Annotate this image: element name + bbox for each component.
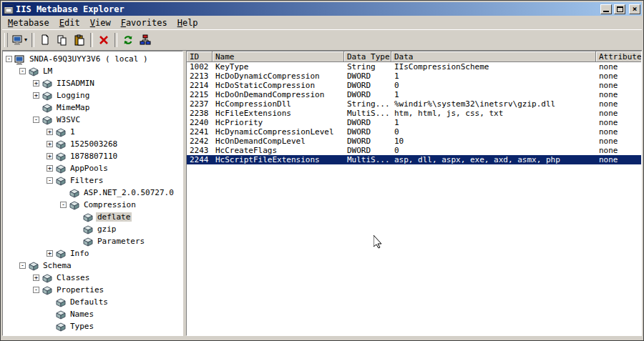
tree-item-label[interactable]: 1525003268: [69, 139, 119, 149]
computer-icon: [12, 34, 24, 46]
tree-item-1[interactable]: +1: [3, 126, 182, 138]
table-row-2243[interactable]: 2243HcCreateFlagsDWORD0none: [187, 146, 641, 155]
tree-item-label[interactable]: Classes: [55, 273, 91, 282]
network-button[interactable]: [137, 32, 154, 48]
tree-item-label[interactable]: MimeMap: [55, 103, 91, 112]
column-header-attributes[interactable]: Attributes: [596, 51, 641, 62]
minimize-button[interactable]: [600, 4, 612, 14]
tree-item-1878807110[interactable]: +1878807110: [3, 150, 182, 162]
tree-item-names[interactable]: -Names: [3, 308, 182, 320]
expand-icon[interactable]: +: [47, 250, 53, 257]
collapse-icon[interactable]: -: [19, 68, 26, 74]
list-body[interactable]: 1002KeyTypeStringIIsCompressionSchemenon…: [187, 62, 641, 335]
tree-item-properties[interactable]: -Properties: [3, 284, 182, 296]
tree-item-label[interactable]: 1: [69, 127, 77, 137]
new-key-button[interactable]: [36, 32, 54, 48]
tree-item-label[interactable]: Compression: [82, 200, 137, 209]
expand-icon[interactable]: +: [47, 165, 53, 172]
tree-item-label[interactable]: Schema: [42, 261, 73, 270]
expand-icon[interactable]: +: [47, 153, 53, 159]
column-header-name[interactable]: Name: [213, 51, 344, 62]
collapse-icon[interactable]: -: [60, 202, 67, 208]
tree-item-1525003268[interactable]: +1525003268: [3, 138, 182, 150]
tree-item-label[interactable]: IISADMIN: [55, 79, 96, 88]
tree-item-label[interactable]: ASP.NET_2.0.50727.0: [82, 188, 175, 197]
tree-panel[interactable]: -SNDA-69Q3UYY3V6 ( local )-LM+IISADMIN+L…: [2, 51, 183, 336]
collapse-icon[interactable]: -: [6, 56, 12, 62]
table-row-2240[interactable]: 2240HcPriorityDWORD1none: [187, 118, 641, 127]
close-button[interactable]: [629, 4, 640, 14]
collapse-icon[interactable]: -: [33, 287, 39, 293]
tree-item-w3svc[interactable]: -W3SVC: [3, 114, 182, 126]
table-row-2242[interactable]: 2242HcOnDemandCompLevelDWORD10none: [187, 137, 641, 146]
maximize-button[interactable]: [614, 4, 625, 14]
copy-button[interactable]: [54, 32, 71, 48]
collapse-icon[interactable]: -: [19, 262, 26, 269]
toolbar-handle[interactable]: [4, 33, 8, 47]
tree-item-label[interactable]: Parameters: [96, 237, 146, 246]
tree-item-types[interactable]: -Types: [3, 320, 182, 332]
tree-item-label[interactable]: Names: [69, 310, 95, 319]
tree-item-label[interactable]: AppPools: [69, 164, 109, 173]
tree-item-label[interactable]: Filters: [69, 176, 104, 185]
menu-favorites[interactable]: Favorites: [116, 16, 172, 29]
table-cell-data: 1: [391, 71, 596, 81]
menu-help[interactable]: Help: [172, 16, 203, 29]
tree-item-classes[interactable]: +Classes: [3, 272, 182, 284]
table-row-2238[interactable]: 2238HcFileExtensionsMultiS...htm, html, …: [187, 109, 641, 118]
table-row-2214[interactable]: 2214HcDoStaticCompressionDWORD0none: [187, 81, 641, 90]
tree-item-label[interactable]: gzip: [96, 224, 118, 234]
tree-item-defaults[interactable]: -Defaults: [3, 296, 182, 308]
tree-item-label[interactable]: Defaults: [69, 297, 109, 307]
table-row-2213[interactable]: 2213HcDoDynamicCompressionDWORD1none: [187, 71, 641, 81]
expand-icon[interactable]: +: [33, 92, 39, 99]
tree-item-asp-net-2-0-50727-0[interactable]: -ASP.NET_2.0.50727.0: [3, 187, 182, 199]
refresh-button[interactable]: [119, 32, 137, 48]
tree-item-gzip[interactable]: -gzip: [3, 223, 182, 235]
metabase-key-icon: [28, 261, 39, 271]
table-cell-data: asp, dll, aspx, exe, axd, asmx, php: [391, 155, 596, 164]
menu-metabase[interactable]: Metabase: [3, 16, 54, 29]
column-header-data-type[interactable]: Data Type: [344, 51, 391, 62]
menu-edit[interactable]: Edit: [54, 16, 85, 29]
paste-button[interactable]: [71, 32, 88, 48]
tree-item-iisadmin[interactable]: +IISADMIN: [3, 77, 182, 89]
column-header-id[interactable]: ID: [187, 51, 213, 62]
table-row-2241[interactable]: 2241HcDynamicCompressionLevelDWORD0none: [187, 127, 641, 137]
expand-icon[interactable]: +: [33, 80, 39, 87]
tree-item-mimemap[interactable]: -MimeMap: [3, 102, 182, 114]
tree-item-label[interactable]: deflate: [96, 212, 132, 222]
table-row-1002[interactable]: 1002KeyTypeStringIIsCompressionSchemenon…: [187, 62, 641, 71]
tree-item-label[interactable]: Info: [69, 249, 91, 258]
tree-item-filters[interactable]: -Filters: [3, 174, 182, 187]
tree-item-compression[interactable]: -Compression: [3, 199, 182, 211]
tree-item-info[interactable]: +Info: [3, 247, 182, 260]
delete-button[interactable]: [95, 32, 112, 48]
collapse-icon[interactable]: -: [33, 117, 39, 123]
tree-item-snda-69q3uyy3v6-local[interactable]: -SNDA-69Q3UYY3V6 ( local ): [3, 53, 182, 65]
tree-item-schema[interactable]: -Schema: [3, 260, 182, 272]
tree-item-label[interactable]: 1878807110: [69, 152, 119, 161]
expand-icon[interactable]: +: [47, 129, 53, 135]
tree-item-parameters[interactable]: -Parameters: [3, 235, 182, 247]
tree-item-label[interactable]: SNDA-69Q3UYY3V6 ( local ): [28, 54, 150, 64]
column-header-data[interactable]: Data: [391, 51, 596, 62]
tree-item-apppools[interactable]: +AppPools: [3, 162, 182, 174]
tree-item-deflate[interactable]: -deflate: [3, 211, 182, 223]
tree-item-lm[interactable]: -LM: [3, 65, 182, 77]
connect-button[interactable]: ▾: [10, 32, 29, 48]
tree-item-label[interactable]: Properties: [55, 285, 105, 295]
tree-item-label[interactable]: Logging: [55, 91, 91, 100]
table-row-2215[interactable]: 2215HcDoOnDemandCompressionDWORD1none: [187, 90, 641, 99]
collapse-icon[interactable]: -: [47, 177, 53, 184]
expand-icon[interactable]: +: [33, 275, 39, 281]
tree-item-logging[interactable]: +Logging: [3, 89, 182, 102]
tree-item-label[interactable]: Types: [69, 322, 95, 331]
menu-view[interactable]: View: [85, 16, 116, 29]
expand-icon[interactable]: +: [47, 141, 53, 147]
table-row-2244[interactable]: 2244HcScriptFileExtensionsMultiS...asp, …: [187, 155, 641, 164]
table-cell-attributes: none: [596, 127, 641, 137]
tree-item-label[interactable]: W3SVC: [55, 115, 82, 124]
table-row-2237[interactable]: 2237HcCompressionDllString...%windir%\sy…: [187, 99, 641, 109]
tree-item-label[interactable]: LM: [42, 66, 54, 76]
